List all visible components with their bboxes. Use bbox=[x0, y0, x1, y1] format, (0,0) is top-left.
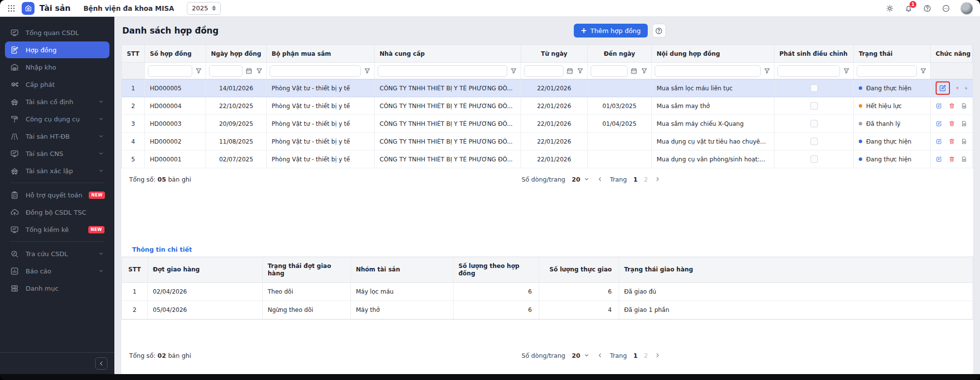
sidebar-item-2[interactable]: Hợp đồng bbox=[5, 41, 109, 58]
filter-status-input[interactable] bbox=[857, 65, 917, 77]
sidebar-item-11[interactable]: Đồng bộ CSDL TSC bbox=[5, 204, 109, 221]
help-button[interactable] bbox=[652, 24, 666, 38]
delete-icon[interactable] bbox=[948, 137, 955, 146]
cell-contract-date: 02/07/2025 bbox=[206, 151, 267, 168]
edit-icon[interactable] bbox=[936, 155, 943, 163]
cell-adjustment bbox=[774, 151, 854, 168]
filter-stt-cell bbox=[122, 63, 145, 79]
help-question-icon[interactable] bbox=[923, 4, 932, 13]
year-spinner-arrows-icon[interactable] bbox=[212, 5, 216, 11]
filter-funnel-icon[interactable] bbox=[510, 67, 518, 75]
edit-icon[interactable] bbox=[936, 137, 943, 146]
sidebar-item-3[interactable]: Nhập kho bbox=[5, 59, 109, 76]
document-icon[interactable] bbox=[961, 102, 968, 110]
document-icon[interactable] bbox=[965, 84, 968, 92]
window-bottom-edge bbox=[0, 374, 980, 380]
filter-funnel-icon[interactable] bbox=[919, 67, 927, 75]
filter-contract-no-input[interactable] bbox=[148, 65, 192, 77]
filter-funnel-icon[interactable] bbox=[195, 67, 203, 75]
filter-funnel-icon[interactable] bbox=[363, 67, 371, 75]
calendar-icon[interactable] bbox=[245, 67, 253, 75]
filter-funnel-icon[interactable] bbox=[255, 67, 263, 75]
sidebar-item-13[interactable]: Tra cứu CSDL bbox=[5, 245, 109, 262]
delete-icon[interactable] bbox=[948, 155, 955, 163]
per-page-select[interactable]: 20 bbox=[572, 176, 590, 183]
tab-thong-tin-chi-tiet[interactable]: Thông tin chi tiết bbox=[132, 246, 192, 253]
filter-to-date-input[interactable] bbox=[591, 65, 628, 77]
per-page-select[interactable]: 20 bbox=[572, 352, 590, 359]
sidebar-collapse-button[interactable] bbox=[95, 357, 107, 370]
sidebar-item-6[interactable]: Công cụ dụng cụ bbox=[5, 111, 109, 127]
document-icon[interactable] bbox=[961, 155, 968, 163]
user-avatar[interactable] bbox=[960, 2, 973, 15]
adjustment-checkbox[interactable] bbox=[810, 102, 818, 110]
filter-department-input[interactable] bbox=[270, 65, 361, 77]
filter-contract-date-input[interactable] bbox=[209, 65, 243, 77]
sidebar-item-12[interactable]: Tổng kiểm kêNEW bbox=[5, 221, 109, 238]
filter-content-input[interactable] bbox=[655, 65, 761, 77]
next-page-icon[interactable] bbox=[654, 176, 661, 183]
sidebar-item-label: Hợp đồng bbox=[26, 46, 57, 54]
settings-gear-icon[interactable] bbox=[885, 4, 894, 13]
cell-stt: 4 bbox=[122, 133, 145, 150]
detail-row-1[interactable]: 102/04/2026Theo dõiMáy lọc máu66Đã giao … bbox=[122, 283, 973, 301]
filter-department bbox=[267, 63, 375, 79]
filter-adjustment-input[interactable] bbox=[777, 65, 840, 77]
sidebar-item-8[interactable]: Tài sản CNS bbox=[5, 145, 109, 162]
edit-icon[interactable] bbox=[936, 119, 943, 128]
adjustment-checkbox[interactable] bbox=[810, 155, 818, 163]
page-number-2[interactable]: 2 bbox=[644, 352, 648, 359]
year-value: 2025 bbox=[192, 4, 208, 12]
sidebar-item-9[interactable]: Tài sản xác lập bbox=[5, 162, 109, 179]
contract-row-4[interactable]: 4HD00000211/08/2025Phòng Vật tư - thiết … bbox=[122, 133, 973, 151]
filter-from-date-input[interactable] bbox=[524, 65, 563, 77]
cell-supplier: CÔNG TY TNHH THIẾT BỊ Y TẾ PHƯƠNG ĐÔ... bbox=[375, 79, 521, 97]
next-page-icon[interactable] bbox=[654, 352, 661, 359]
delete-icon[interactable] bbox=[948, 119, 955, 128]
sidebar-item-7[interactable]: Tài sản HT-ĐB bbox=[5, 128, 109, 145]
sidebar-item-1[interactable]: Tổng quan CSDL bbox=[5, 24, 109, 41]
contract-row-1[interactable]: 1HD00000514/01/2026Phòng Vật tư - thiết … bbox=[122, 79, 973, 97]
contract-row-2[interactable]: 2HD00000422/10/2025Phòng Vật tư - thiết … bbox=[122, 97, 973, 115]
sidebar-item-15[interactable]: Danh mục bbox=[5, 280, 109, 297]
edit-icon[interactable] bbox=[939, 84, 947, 92]
notifications-bell-icon[interactable]: 1 bbox=[904, 4, 913, 13]
app-grid-icon[interactable] bbox=[7, 4, 16, 13]
new-badge: NEW bbox=[89, 191, 105, 199]
filter-supplier-input[interactable] bbox=[378, 65, 507, 77]
filter-funnel-icon[interactable] bbox=[842, 67, 850, 75]
sidebar-item-5[interactable]: Tài sản cố định bbox=[5, 93, 109, 110]
delete-icon[interactable] bbox=[956, 84, 959, 92]
cell-delivery-status: Đã giao đủ bbox=[619, 283, 973, 301]
sidebar-item-14[interactable]: Báo cáo bbox=[5, 263, 109, 279]
page-number-1[interactable]: 1 bbox=[633, 352, 638, 359]
org-selector[interactable]: Bệnh viện đa khoa MISA bbox=[83, 4, 174, 12]
adjustment-checkbox[interactable] bbox=[810, 138, 818, 145]
calendar-icon[interactable] bbox=[566, 67, 574, 75]
document-icon[interactable] bbox=[961, 137, 968, 146]
filter-funnel-icon[interactable] bbox=[763, 67, 771, 75]
adjustment-checkbox[interactable] bbox=[810, 120, 818, 127]
delete-icon[interactable] bbox=[948, 102, 955, 110]
filter-funnel-icon[interactable] bbox=[640, 67, 648, 75]
page-number-1[interactable]: 1 bbox=[633, 176, 638, 183]
detail-row-2[interactable]: 205/04/2026Ngừng theo dõiMáy thở64Đã gia… bbox=[122, 301, 973, 319]
page-number-2[interactable]: 2 bbox=[644, 176, 648, 183]
contract-row-5[interactable]: 5HD00000102/07/2025Phòng Vật tư - thiết … bbox=[122, 151, 973, 168]
adjustment-checkbox[interactable] bbox=[810, 84, 818, 92]
prev-page-icon[interactable] bbox=[596, 176, 603, 183]
add-contract-button[interactable]: + Thêm hợp đồng bbox=[574, 24, 648, 38]
more-options-icon[interactable] bbox=[942, 4, 950, 13]
sidebar-item-10[interactable]: Hỗ trợ quyết toánNEW bbox=[5, 187, 109, 203]
contract-row-3[interactable]: 3HD00000320/09/2025Phòng Vật tư - thiết … bbox=[122, 115, 973, 133]
calendar-icon[interactable] bbox=[630, 67, 638, 75]
catalog-icon bbox=[10, 284, 19, 293]
cell-stt: 5 bbox=[122, 151, 145, 168]
year-spinner[interactable]: 2025 bbox=[187, 2, 221, 15]
prev-page-icon[interactable] bbox=[596, 352, 603, 359]
edit-icon[interactable] bbox=[936, 102, 943, 110]
filter-funnel-icon[interactable] bbox=[576, 67, 584, 75]
document-icon[interactable] bbox=[961, 119, 968, 128]
sidebar-item-4[interactable]: Cấp phát bbox=[5, 76, 109, 93]
chevron-down-icon bbox=[98, 133, 105, 140]
